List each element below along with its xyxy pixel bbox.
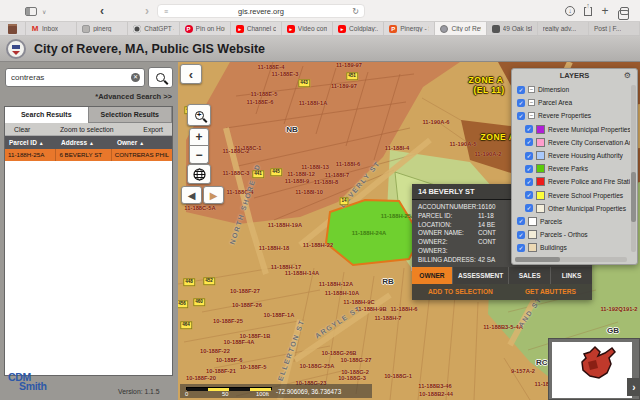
layer-checkbox[interactable]: ✓ [525, 125, 533, 133]
browser-tab[interactable]: PPin on Hou... [180, 22, 231, 35]
export-button[interactable]: Export [143, 123, 163, 135]
tab-search-results[interactable]: Search Results [5, 107, 89, 123]
popup-field-label: LOCATION: [418, 221, 478, 230]
layer-item[interactable]: ✓Revere Municipal Properties - [512, 123, 630, 136]
layer-item[interactable]: ✓Revere Police and Fire Station [512, 175, 630, 188]
browser-tab[interactable]: realty adv... [538, 22, 589, 35]
layer-item[interactable]: ✓Revere Housing Authority [512, 149, 630, 162]
refresh-icon[interactable]: ↻ [352, 7, 359, 16]
browser-tab[interactable]: PPinergy - S... [384, 22, 435, 35]
new-tab-button[interactable]: + [597, 0, 613, 22]
layer-checkbox[interactable]: ✓ [517, 231, 525, 239]
browser-tab[interactable]: City of Rev... [435, 22, 486, 35]
browser-tab[interactable]: ▸Channel c... [231, 22, 282, 35]
layer-label: Revere Properties [538, 112, 591, 119]
gear-icon[interactable]: ⚙ [624, 71, 631, 80]
parcel-label: 11-188H-22 [303, 242, 333, 248]
pinergy-favicon-icon: P [389, 25, 397, 33]
browser-tab[interactable]: Post | F... [589, 22, 640, 35]
popup-tab-links[interactable]: LINKS [550, 267, 592, 284]
layer-checkbox[interactable]: ✓ [525, 165, 533, 173]
layers-vertical-scrollbar[interactable] [631, 85, 636, 252]
layer-item[interactable]: ✓Buildings [512, 241, 630, 254]
sidebar-toggle-icon[interactable] [24, 0, 38, 22]
layer-checkbox[interactable]: ✓ [517, 86, 525, 94]
browser-tab[interactable]: MInbox [26, 22, 77, 35]
downloads-button[interactable]: ↓ [562, 0, 578, 22]
layer-checkbox[interactable]: ✓ [517, 112, 525, 120]
popup-tab-sales[interactable]: SALES [508, 267, 550, 284]
popup-tab-assessment[interactable]: ASSESSMENT [452, 267, 508, 284]
layer-checkbox[interactable]: ✓ [525, 191, 533, 199]
browser-tab[interactable]: pinerg [77, 22, 128, 35]
column-header-address[interactable]: Address▲ [57, 136, 113, 149]
layers-horizontal-scrollbar[interactable] [515, 257, 627, 262]
layer-expander-icon[interactable]: − [528, 99, 535, 106]
back-button[interactable]: ‹ [100, 0, 104, 22]
browser-tab[interactable]: ChatGPT -... [128, 22, 179, 35]
layer-checkbox[interactable]: ✓ [517, 217, 525, 225]
layer-label: Parcel Area [538, 99, 572, 106]
zoom-out-button[interactable]: − [189, 146, 209, 164]
selected-parcel-label: 11-188H-25A [381, 213, 415, 219]
zoom-to-selection-button[interactable]: Zoom to selection [60, 123, 114, 135]
layer-checkbox[interactable]: ✓ [517, 99, 525, 107]
previous-extent-button[interactable]: ◀ [181, 186, 202, 204]
layer-checkbox[interactable]: ✓ [525, 178, 533, 186]
search-input[interactable] [5, 68, 145, 87]
parcel-label: 11-188I-1A [299, 100, 328, 106]
layer-item[interactable]: ✓−Revere Properties [512, 109, 630, 122]
layer-item[interactable]: ✓Parcels [512, 215, 630, 228]
expand-inset-button[interactable]: › [627, 378, 640, 396]
tab-selection-results[interactable]: Selection Results [89, 107, 173, 123]
column-header-owner[interactable]: Owner▲ [113, 136, 172, 149]
layer-item[interactable]: ✓−Parcel Area [512, 96, 630, 109]
advanced-search-link[interactable]: *Advanced Search >> [95, 92, 172, 101]
layer-checkbox[interactable]: ✓ [517, 244, 525, 252]
browser-tab[interactable]: 49 Oak Isl... [487, 22, 538, 35]
layer-checkbox[interactable]: ✓ [525, 138, 533, 146]
scrollbar-thumb[interactable] [631, 172, 636, 222]
clear-search-icon[interactable]: ✕ [131, 73, 140, 82]
result-row[interactable]: 11-188H-25A6 BEVERLY STCONTRERAS PHIL [5, 149, 172, 161]
zoom-in-button[interactable]: + [189, 128, 209, 146]
map-area[interactable]: 11-188E-411-189-9711-188E-311-189-9711-1… [178, 62, 640, 400]
browser-tab[interactable] [0, 22, 26, 35]
youtube-favicon-icon: ▸ [338, 25, 346, 33]
browser-tab[interactable]: ▸Coldplay:... [333, 22, 384, 35]
share-button[interactable] [580, 0, 596, 22]
layer-checkbox[interactable]: ✓ [525, 204, 533, 212]
layer-item[interactable]: ✓Revere City Conservation Area [512, 136, 630, 149]
zoom-window-button[interactable] [187, 104, 211, 126]
layer-item[interactable]: ✓Revere Parks [512, 162, 630, 175]
get-abutters-link[interactable]: GET ABUTTERS [525, 288, 576, 295]
parcel-label: 11-188E-5 [251, 91, 278, 97]
add-to-selection-link[interactable]: ADD TO SELECTION [428, 288, 493, 295]
popup-tab-owner[interactable]: OWNER [412, 267, 452, 284]
layer-item[interactable]: ✓Parcels - Orthos [512, 228, 630, 241]
address-bar[interactable]: ≡ gis.revere.org ↻ [157, 4, 365, 18]
forward-button[interactable]: › [145, 0, 149, 22]
layer-item[interactable]: ✓Revere School Properties [512, 189, 630, 202]
scale-bar: 0 50 100ft -72.906069, 36.736473 [180, 384, 372, 398]
scrollbar-thumb[interactable] [515, 257, 560, 262]
next-extent-button[interactable]: ▶ [203, 186, 224, 204]
browser-tab[interactable]: ▸Video com... [282, 22, 333, 35]
layer-item[interactable]: ✓−Dimension [512, 83, 630, 96]
layer-expander-icon[interactable]: − [528, 112, 535, 119]
layer-checkbox[interactable]: ✓ [525, 152, 533, 160]
column-header-parcel-id[interactable]: Parcel ID▲ [5, 136, 57, 149]
street-label: ELLERTON ST [277, 318, 306, 381]
browser-tab-label: Inbox [42, 25, 58, 32]
layer-item[interactable]: ✓Other Municipal Properties [512, 202, 630, 215]
layer-expander-icon[interactable]: − [528, 86, 535, 93]
clear-button[interactable]: Clear [14, 123, 30, 135]
layer-swatch [536, 191, 545, 200]
reader-icon[interactable]: ≡ [164, 8, 168, 15]
tab-overview-button[interactable] [615, 0, 633, 22]
logo-line2: Smith [19, 382, 47, 391]
chevron-down-icon[interactable]: ∨ [42, 0, 46, 22]
collapse-panel-button[interactable]: ‹ [180, 64, 202, 84]
search-button[interactable] [148, 67, 173, 88]
full-extent-button[interactable] [187, 164, 211, 184]
